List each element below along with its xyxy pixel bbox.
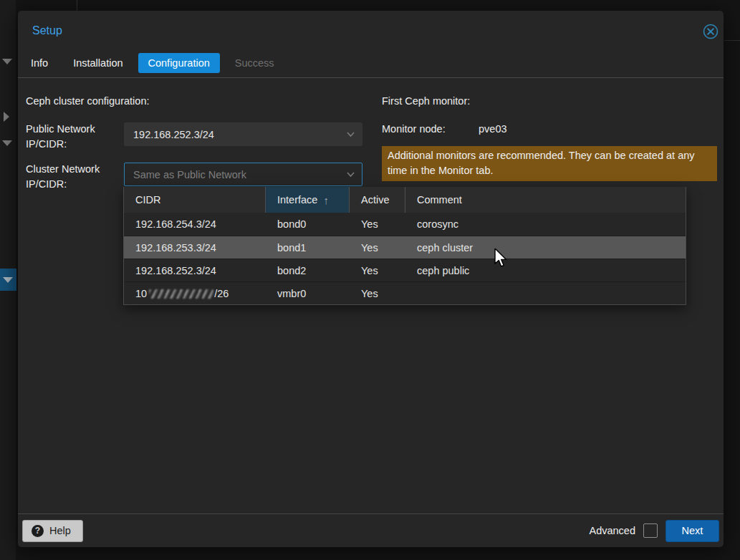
- cell-comment: ceph public: [405, 259, 686, 281]
- sort-asc-icon: ↑: [323, 194, 329, 206]
- advanced-checkbox[interactable]: [643, 523, 658, 538]
- column-header-active[interactable]: Active: [350, 187, 405, 213]
- next-button[interactable]: Next: [665, 520, 719, 542]
- table-row[interactable]: 192.168.252.3/24 bond2 Yes ceph public: [124, 259, 686, 281]
- public-network-value: 192.168.252.3/24: [133, 129, 214, 140]
- chevron-down-icon: [3, 277, 13, 283]
- background-selected-tree-row: [0, 269, 16, 291]
- chevron-right-icon: [4, 112, 9, 122]
- tab-info[interactable]: Info: [21, 53, 58, 73]
- cell-comment: [405, 282, 686, 304]
- column-header-interface[interactable]: Interface ↑: [266, 187, 350, 213]
- cell-interface: bond2: [266, 259, 350, 281]
- table-row[interactable]: 192.168.253.3/24 bond1 Yes ceph cluster: [124, 236, 686, 259]
- column-header-cidr[interactable]: CIDR: [124, 187, 266, 213]
- public-network-combo[interactable]: 192.168.252.3/24: [124, 122, 362, 146]
- cell-interface: vmbr0: [266, 282, 350, 304]
- chevron-down-icon: [2, 140, 12, 146]
- network-dropdown-table: CIDR Interface ↑ Active Comment 192.168.…: [123, 187, 686, 305]
- cell-active: Yes: [350, 236, 405, 259]
- background-divider: [724, 40, 740, 41]
- cell-cidr-redacted: 10/26: [124, 282, 266, 304]
- chevron-down-icon: [347, 132, 355, 137]
- wizard-tab-bar: Info Installation Configuration Success: [21, 53, 289, 73]
- left-section-heading: Ceph cluster configuration:: [26, 95, 150, 107]
- cell-cidr: 192.168.254.3/24: [124, 213, 266, 236]
- cell-comment: corosync: [405, 213, 686, 236]
- background-divider: [77, 0, 77, 11]
- monitor-node-value: pve03: [479, 123, 507, 135]
- cluster-network-combo[interactable]: Same as Public Network: [124, 163, 362, 186]
- monitor-warning-message: Additional monitors are recommended. The…: [382, 146, 717, 181]
- cluster-network-placeholder: Same as Public Network: [133, 169, 246, 180]
- right-section-heading: First Ceph monitor:: [382, 95, 470, 107]
- cell-interface: bond1: [266, 236, 350, 259]
- help-button-label: Help: [49, 525, 71, 536]
- cell-comment: ceph cluster: [405, 236, 686, 259]
- ceph-setup-dialog: Setup Info Installation Configuration Su…: [18, 11, 724, 547]
- tab-configuration[interactable]: Configuration: [138, 53, 220, 73]
- table-row[interactable]: 192.168.254.3/24 bond0 Yes corosync: [124, 213, 686, 236]
- tab-divider: [18, 77, 724, 78]
- cell-active: Yes: [350, 259, 405, 281]
- cluster-network-label: Cluster Network IP/CIDR:: [26, 162, 120, 192]
- cell-active: Yes: [350, 282, 405, 304]
- cell-cidr: 192.168.252.3/24: [124, 259, 266, 281]
- public-network-label: Public Network IP/CIDR:: [26, 122, 120, 152]
- close-icon: [703, 24, 719, 39]
- dialog-footer: ? Help Advanced Next: [18, 513, 724, 547]
- chevron-down-icon: [2, 59, 12, 64]
- advanced-label: Advanced: [590, 525, 636, 536]
- tab-installation[interactable]: Installation: [63, 53, 133, 73]
- tab-success: Success: [225, 53, 284, 73]
- cell-cidr: 192.168.253.3/24: [124, 236, 266, 259]
- cell-interface: bond0: [266, 213, 350, 236]
- cell-active: Yes: [350, 213, 405, 236]
- chevron-down-icon: [347, 172, 355, 178]
- column-header-comment[interactable]: Comment: [405, 187, 686, 213]
- monitor-node-label: Monitor node:: [382, 123, 446, 135]
- help-button[interactable]: ? Help: [22, 520, 83, 542]
- dialog-title: Setup: [32, 24, 62, 37]
- redacted-scribble: [149, 289, 213, 299]
- close-button[interactable]: [703, 24, 719, 39]
- table-row[interactable]: 10/26 vmbr0 Yes: [124, 281, 686, 304]
- table-header-row: CIDR Interface ↑ Active Comment: [124, 187, 686, 213]
- question-circle-icon: ?: [32, 525, 44, 537]
